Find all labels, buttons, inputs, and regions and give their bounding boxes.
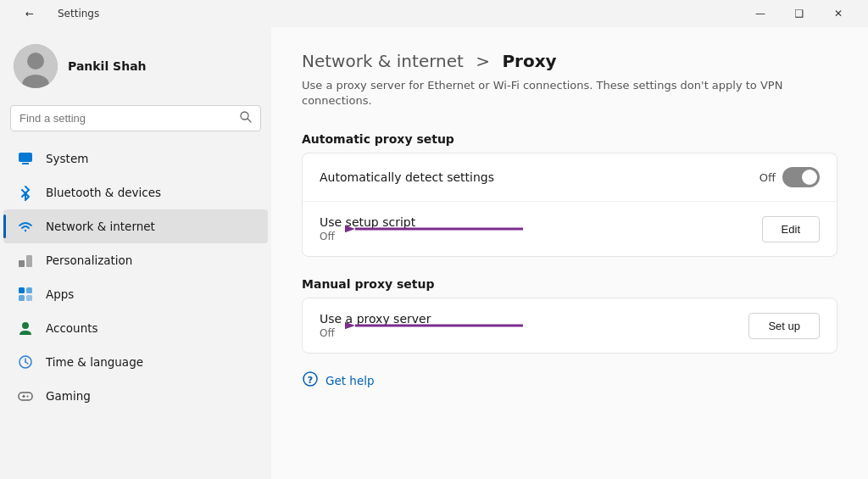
titlebar-left: ← Settings [10, 0, 99, 27]
section-header-automatic: Automatic proxy setup [302, 132, 837, 146]
avatar [14, 44, 58, 88]
sidebar-item-apps-label: Apps [46, 287, 74, 301]
sidebar-item-network[interactable]: Network & internet [3, 209, 268, 243]
get-help-label: Get help [326, 374, 375, 387]
personalization-icon [17, 252, 34, 269]
sidebar-item-apps[interactable]: Apps [3, 277, 268, 311]
network-icon [17, 218, 34, 235]
auto-detect-toggle-group: Off [760, 167, 820, 187]
sidebar-item-bluetooth[interactable]: Bluetooth & devices [3, 175, 268, 209]
search-icon [240, 111, 252, 125]
breadcrumb: Network & internet > Proxy [302, 51, 837, 71]
auto-detect-label: Automatically detect settings [320, 170, 494, 184]
sidebar-item-time[interactable]: Time & language [3, 345, 268, 379]
get-help-link[interactable]: ? Get help [302, 370, 837, 390]
svg-rect-8 [26, 255, 32, 267]
sidebar-item-gaming-label: Gaming [46, 389, 91, 403]
svg-rect-12 [26, 295, 32, 301]
svg-rect-6 [22, 163, 29, 164]
nav-list: System Bluetooth & devices Network [0, 142, 271, 472]
user-name: Pankil Shah [68, 59, 147, 73]
sidebar-item-bluetooth-label: Bluetooth & devices [46, 186, 161, 199]
page-title: Proxy [502, 51, 556, 71]
sidebar-item-personalization-label: Personalization [46, 253, 132, 267]
setup-script-sublabel: Off [320, 231, 415, 242]
help-circle-icon: ? [302, 370, 319, 390]
back-button[interactable]: ← [10, 0, 49, 27]
auto-detect-toggle[interactable] [782, 167, 820, 187]
sidebar-item-system[interactable]: System [3, 142, 268, 175]
setup-script-row: Use setup script Off Edit [303, 202, 837, 256]
time-icon [17, 354, 34, 370]
minimize-button[interactable]: — [741, 0, 780, 27]
sidebar-item-accounts[interactable]: Accounts [3, 311, 268, 345]
svg-rect-5 [19, 153, 32, 162]
system-icon [17, 150, 34, 167]
auto-detect-row: Automatically detect settings Off [303, 153, 837, 202]
sidebar-item-personalization[interactable]: Personalization [3, 243, 268, 277]
titlebar-title: Settings [58, 8, 99, 19]
gaming-icon [17, 387, 34, 404]
sidebar-item-time-label: Time & language [46, 355, 143, 369]
proxy-server-label: Use a proxy server [320, 312, 431, 326]
svg-text:?: ? [308, 375, 313, 386]
sidebar-item-gaming[interactable]: Gaming [3, 379, 268, 413]
setup-script-edit-button[interactable]: Edit [762, 216, 820, 242]
proxy-server-row: Use a proxy server Off Set up [303, 298, 837, 353]
automatic-proxy-card: Automatically detect settings Off Use se… [302, 153, 837, 257]
search-input[interactable] [19, 112, 233, 125]
accounts-icon [17, 320, 34, 337]
bluetooth-icon [17, 184, 34, 201]
apps-icon [17, 286, 34, 303]
auto-detect-toggle-label: Off [760, 171, 776, 184]
maximize-button[interactable]: ❑ [780, 0, 819, 27]
app-body: Pankil Shah System [0, 27, 868, 479]
svg-rect-9 [19, 287, 25, 293]
breadcrumb-parent[interactable]: Network & internet [302, 51, 464, 71]
proxy-server-setup-button[interactable]: Set up [748, 313, 820, 339]
sidebar: Pankil Shah System [0, 27, 271, 479]
svg-rect-11 [19, 295, 25, 301]
search-box[interactable] [10, 105, 261, 131]
user-profile[interactable]: Pankil Shah [0, 34, 271, 102]
svg-rect-17 [19, 393, 32, 400]
svg-line-4 [248, 119, 251, 122]
svg-point-13 [22, 322, 29, 329]
manual-proxy-card: Use a proxy server Off Set up [302, 298, 837, 354]
proxy-server-sublabel: Off [320, 327, 431, 339]
sidebar-item-network-label: Network & internet [46, 220, 155, 233]
svg-point-20 [27, 396, 29, 398]
main-content: Network & internet > Proxy Use a proxy s… [271, 27, 868, 479]
svg-line-16 [25, 362, 28, 364]
titlebar: ← Settings — ❑ ✕ [0, 0, 868, 27]
svg-rect-10 [26, 287, 32, 293]
close-button[interactable]: ✕ [819, 0, 858, 27]
setup-script-info: Use setup script Off [320, 215, 415, 242]
titlebar-controls: — ❑ ✕ [741, 0, 858, 27]
subtitle: Use a proxy server for Ethernet or Wi-Fi… [302, 78, 837, 109]
proxy-server-info: Use a proxy server Off [320, 312, 431, 339]
svg-point-1 [27, 53, 44, 70]
setup-script-label: Use setup script [320, 215, 415, 229]
svg-rect-7 [19, 260, 25, 267]
sidebar-item-accounts-label: Accounts [46, 321, 98, 335]
section-header-manual: Manual proxy setup [302, 277, 837, 291]
breadcrumb-separator: > [476, 51, 490, 71]
sidebar-item-system-label: System [46, 152, 88, 165]
